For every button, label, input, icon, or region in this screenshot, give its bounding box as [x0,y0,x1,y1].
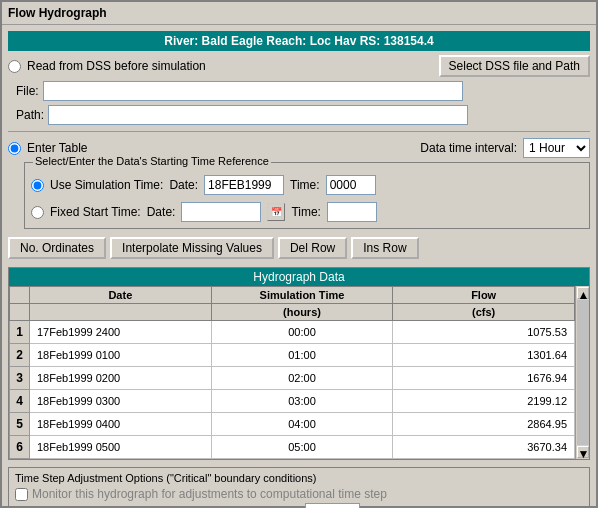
col-flow-header: Flow [393,287,575,304]
data-time-row: Data time interval: 1 Hour 2 Hour 3 Hour… [420,138,590,158]
enter-table-radio[interactable] [8,142,21,155]
window-title: Flow Hydrograph [2,2,596,25]
time-label-1: Time: [290,178,320,192]
col-flow-sub: (cfs) [393,304,575,321]
toolbar-row: No. Ordinates Interpolate Missing Values… [8,237,590,259]
row-date[interactable] [30,367,212,390]
table-title: Hydrograph Data [9,268,589,286]
monitor-label: Monitor this hydrograph for adjustments … [32,487,387,501]
use-sim-label: Use Simulation Time: [50,178,163,192]
row-date[interactable] [30,321,212,344]
starting-time-title: Select/Enter the Data's Starting Time Re… [33,155,271,167]
file-label: File: [16,84,39,98]
table-row[interactable]: 2 [10,344,575,367]
row-simtime[interactable] [211,436,393,459]
row-date[interactable] [30,344,212,367]
use-sim-row: Use Simulation Time: Date: Time: [31,173,583,197]
timestep-title: Time Step Adjustment Options ("Critical"… [15,472,583,484]
fixed-date-input[interactable] [181,202,261,222]
file-input[interactable] [43,81,463,101]
fixed-start-label: Fixed Start Time: [50,205,141,219]
date-label-1: Date: [169,178,198,192]
table-row[interactable]: 1 [10,321,575,344]
col-simtime-sub: (hours) [211,304,393,321]
no-ordinates-button[interactable]: No. Ordinates [8,237,106,259]
flow-hydrograph-window: Flow Hydrograph River: Bald Eagle Reach:… [0,0,598,508]
dss-radio-label: Read from DSS before simulation [27,59,206,73]
row-flow[interactable] [393,413,575,436]
select-dss-button[interactable]: Select DSS file and Path [439,55,590,77]
sim-date-input[interactable] [204,175,284,195]
row-num: 2 [10,344,30,367]
path-label: Path: [16,108,44,122]
row-simtime[interactable] [211,413,393,436]
interpolate-button[interactable]: Interpolate Missing Values [110,237,274,259]
data-time-label: Data time interval: [420,141,517,155]
fixed-start-radio[interactable] [31,206,44,219]
row-flow[interactable] [393,321,575,344]
hydrograph-table-wrapper: Hydrograph Data Date Simulation Time Flo… [8,267,590,460]
dss-radio[interactable] [8,60,21,73]
row-date[interactable] [30,390,212,413]
row-date[interactable] [30,413,212,436]
row-num: 6 [10,436,30,459]
row-num: 3 [10,367,30,390]
use-sim-radio[interactable] [31,179,44,192]
timestep-box: Time Step Adjustment Options ("Critical"… [8,467,590,508]
row-flow[interactable] [393,390,575,413]
col-date-header: Date [30,287,212,304]
enter-table-label: Enter Table [27,141,88,155]
file-row: File: [16,81,590,101]
data-time-select[interactable]: 1 Hour 2 Hour 3 Hour 6 Hour 12 Hour 1 Da… [523,138,590,158]
row-simtime[interactable] [211,390,393,413]
row-flow[interactable] [393,367,575,390]
col-num-header [10,287,30,304]
max-change-row: Max Change in Flow (without changing tim… [33,503,583,508]
path-row: Path: [16,105,590,125]
table-row[interactable]: 5 [10,413,575,436]
table-row[interactable]: 4 [10,390,575,413]
scroll-up-btn[interactable]: ▲ [577,287,589,299]
path-input[interactable] [48,105,468,125]
dss-radio-row: Read from DSS before simulation [8,57,206,75]
row-num: 4 [10,390,30,413]
fixed-time-input[interactable] [327,202,377,222]
time-label-2: Time: [291,205,321,219]
row-simtime[interactable] [211,344,393,367]
row-simtime[interactable] [211,321,393,344]
hydrograph-table: Date Simulation Time Flow (hours) (cfs) [9,286,575,459]
col-date-sub [30,304,212,321]
row-simtime[interactable] [211,367,393,390]
row-flow[interactable] [393,344,575,367]
calendar-button[interactable]: 📅 [267,203,285,221]
river-info-bar: River: Bald Eagle Reach: Loc Hav RS: 138… [8,31,590,51]
table-scrollbar[interactable]: ▲ ▼ [575,286,589,459]
table-row[interactable]: 3 [10,367,575,390]
sim-time-input[interactable] [326,175,376,195]
starting-time-group: Select/Enter the Data's Starting Time Re… [24,162,590,229]
del-row-button[interactable]: Del Row [278,237,347,259]
row-num: 1 [10,321,30,344]
col-simtime-header: Simulation Time [211,287,393,304]
fixed-start-row: Fixed Start Time: Date: 📅 Time: [31,200,583,224]
max-change-input[interactable] [305,503,360,508]
table-row[interactable]: 6 [10,436,575,459]
monitor-checkbox[interactable] [15,488,28,501]
row-flow[interactable] [393,436,575,459]
date-label-2: Date: [147,205,176,219]
ins-row-button[interactable]: Ins Row [351,237,418,259]
row-date[interactable] [30,436,212,459]
scroll-down-btn[interactable]: ▼ [577,446,589,458]
row-num: 5 [10,413,30,436]
timestep-row: Monitor this hydrograph for adjustments … [15,487,583,501]
col-num-sub [10,304,30,321]
